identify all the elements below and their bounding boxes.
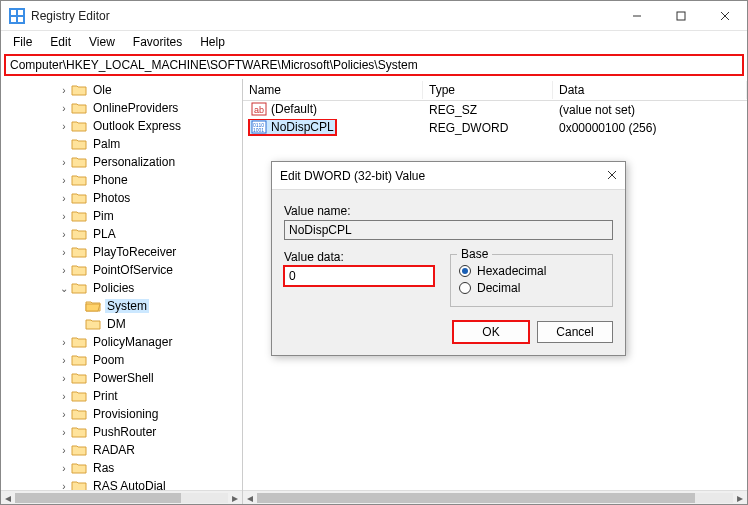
tree-node[interactable]: ›OnlineProviders bbox=[1, 99, 242, 117]
tree-node[interactable]: ›RADAR bbox=[1, 441, 242, 459]
chevron-right-icon[interactable]: › bbox=[57, 265, 71, 276]
list-row[interactable]: 01101001NoDispCPLREG_DWORD0x00000100 (25… bbox=[243, 119, 747, 137]
maximize-button[interactable] bbox=[659, 1, 703, 31]
folder-icon bbox=[71, 281, 87, 295]
tree-node[interactable]: ›PowerShell bbox=[1, 369, 242, 387]
chevron-right-icon[interactable]: › bbox=[57, 481, 71, 491]
value-data-input[interactable] bbox=[284, 266, 434, 286]
tree-node[interactable]: ›Ole bbox=[1, 81, 242, 99]
chevron-right-icon[interactable]: › bbox=[57, 121, 71, 132]
folder-icon bbox=[71, 461, 87, 475]
close-button[interactable] bbox=[703, 1, 747, 31]
chevron-right-icon[interactable]: › bbox=[57, 355, 71, 366]
list-header: Name Type Data bbox=[243, 79, 747, 101]
chevron-right-icon[interactable]: › bbox=[57, 85, 71, 96]
tree-node[interactable]: ›Phone bbox=[1, 171, 242, 189]
tree-node[interactable]: ›PointOfService bbox=[1, 261, 242, 279]
tree-node[interactable]: ›RAS AutoDial bbox=[1, 477, 242, 490]
base-legend: Base bbox=[457, 247, 492, 261]
tree-node[interactable]: ›Provisioning bbox=[1, 405, 242, 423]
chevron-right-icon[interactable]: › bbox=[57, 337, 71, 348]
scroll-left-icon[interactable]: ◂ bbox=[243, 491, 257, 505]
tree-node[interactable]: ›PolicyManager bbox=[1, 333, 242, 351]
menu-favorites[interactable]: Favorites bbox=[125, 33, 190, 51]
svg-text:ab: ab bbox=[254, 105, 264, 115]
tree-node[interactable]: ›Ras bbox=[1, 459, 242, 477]
tree-node[interactable]: ›Personalization bbox=[1, 153, 242, 171]
chevron-right-icon[interactable]: › bbox=[57, 247, 71, 258]
tree-node-label: PointOfService bbox=[91, 263, 175, 277]
tree-node-label: PolicyManager bbox=[91, 335, 174, 349]
titlebar: Registry Editor bbox=[1, 1, 747, 31]
tree-node[interactable]: ›PlayToReceiver bbox=[1, 243, 242, 261]
scroll-right-icon[interactable]: ▸ bbox=[733, 491, 747, 505]
tree-node-label: PlayToReceiver bbox=[91, 245, 178, 259]
svg-rect-6 bbox=[677, 12, 685, 20]
tree-node[interactable]: System bbox=[1, 297, 242, 315]
chevron-right-icon[interactable]: › bbox=[57, 409, 71, 420]
tree-node-label: Ras bbox=[91, 461, 116, 475]
menubar: FileEditViewFavoritesHelp bbox=[1, 31, 747, 53]
radio-decimal[interactable]: Decimal bbox=[459, 281, 604, 295]
radio-dot-icon bbox=[459, 282, 471, 294]
folder-icon bbox=[85, 299, 101, 313]
tree-node-label: Personalization bbox=[91, 155, 177, 169]
menu-view[interactable]: View bbox=[81, 33, 123, 51]
svg-rect-4 bbox=[18, 17, 23, 22]
chevron-right-icon[interactable]: › bbox=[57, 391, 71, 402]
cancel-button[interactable]: Cancel bbox=[537, 321, 613, 343]
svg-text:1001: 1001 bbox=[253, 127, 264, 133]
folder-icon bbox=[71, 245, 87, 259]
address-input[interactable] bbox=[5, 55, 743, 75]
list-body: ab(Default)REG_SZ(value not set)01101001… bbox=[243, 101, 747, 137]
radio-dec-label: Decimal bbox=[477, 281, 520, 295]
minimize-button[interactable] bbox=[615, 1, 659, 31]
chevron-right-icon[interactable]: › bbox=[57, 193, 71, 204]
chevron-right-icon[interactable]: › bbox=[57, 175, 71, 186]
tree-node[interactable]: ›Outlook Express bbox=[1, 117, 242, 135]
chevron-right-icon[interactable]: › bbox=[57, 427, 71, 438]
tree-node[interactable]: ›Photos bbox=[1, 189, 242, 207]
col-name-header[interactable]: Name bbox=[243, 81, 423, 99]
svg-rect-2 bbox=[18, 10, 23, 15]
folder-icon bbox=[71, 407, 87, 421]
list-h-scrollbar[interactable]: ◂ ▸ bbox=[243, 490, 747, 504]
radio-hexadecimal[interactable]: Hexadecimal bbox=[459, 264, 604, 278]
tree-node[interactable]: DM bbox=[1, 315, 242, 333]
chevron-right-icon[interactable]: › bbox=[57, 445, 71, 456]
tree-node[interactable]: ›PushRouter bbox=[1, 423, 242, 441]
dialog-titlebar: Edit DWORD (32-bit) Value bbox=[272, 162, 625, 190]
binary-value-icon: 01101001 bbox=[251, 119, 267, 135]
menu-help[interactable]: Help bbox=[192, 33, 233, 51]
tree-node[interactable]: ⌄Policies bbox=[1, 279, 242, 297]
tree-node[interactable]: Palm bbox=[1, 135, 242, 153]
list-row[interactable]: ab(Default)REG_SZ(value not set) bbox=[243, 101, 747, 119]
scroll-left-icon[interactable]: ◂ bbox=[1, 491, 15, 505]
chevron-right-icon[interactable]: › bbox=[57, 157, 71, 168]
folder-icon bbox=[71, 389, 87, 403]
tree-node[interactable]: ›Pim bbox=[1, 207, 242, 225]
tree-h-scrollbar[interactable]: ◂ ▸ bbox=[1, 490, 242, 504]
tree-node-label: Policies bbox=[91, 281, 136, 295]
ok-button[interactable]: OK bbox=[453, 321, 529, 343]
col-type-header[interactable]: Type bbox=[423, 81, 553, 99]
chevron-right-icon[interactable]: › bbox=[57, 103, 71, 114]
chevron-right-icon[interactable]: › bbox=[57, 373, 71, 384]
menu-file[interactable]: File bbox=[5, 33, 40, 51]
tree-node[interactable]: ›PLA bbox=[1, 225, 242, 243]
tree-scroll[interactable]: ›Ole›OnlineProviders›Outlook ExpressPalm… bbox=[1, 79, 242, 490]
col-data-header[interactable]: Data bbox=[553, 81, 747, 99]
menu-edit[interactable]: Edit bbox=[42, 33, 79, 51]
dialog-close-button[interactable] bbox=[607, 169, 617, 183]
chevron-right-icon[interactable]: › bbox=[57, 211, 71, 222]
tree-node[interactable]: ›Poom bbox=[1, 351, 242, 369]
chevron-down-icon[interactable]: ⌄ bbox=[57, 283, 71, 294]
tree-node[interactable]: ›Print bbox=[1, 387, 242, 405]
chevron-right-icon[interactable]: › bbox=[57, 463, 71, 474]
scroll-right-icon[interactable]: ▸ bbox=[228, 491, 242, 505]
folder-icon bbox=[71, 425, 87, 439]
tree-node-label: Phone bbox=[91, 173, 130, 187]
tree-node-label: Poom bbox=[91, 353, 126, 367]
chevron-right-icon[interactable]: › bbox=[57, 229, 71, 240]
tree-node-label: DM bbox=[105, 317, 128, 331]
